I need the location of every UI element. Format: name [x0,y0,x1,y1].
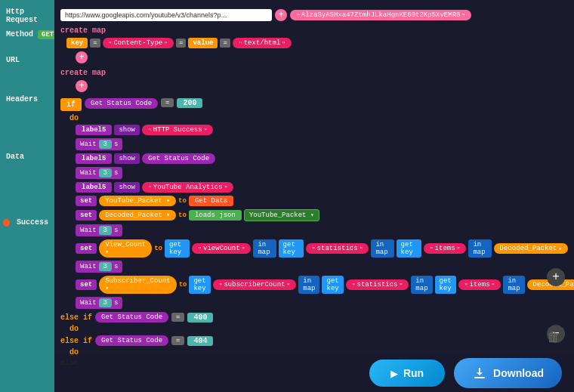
to-label1: to [178,197,187,205]
code-200: 200 [177,98,202,108]
label5-block3[interactable]: label5 [76,182,112,193]
set-view-count-row: set View_Count ▾ to get key " viewCount … [76,239,568,258]
headers-plus-button[interactable]: + [76,51,88,63]
in-map5: in map [411,276,432,294]
wait-block4: Wait 3 s [76,261,122,273]
headers-create-map: create map [60,26,568,35]
content-type-value: " Content-Type " [103,38,174,48]
play-icon [390,367,397,379]
wait-block2: Wait 3 s [76,167,122,179]
bottom-bar: Run Download [54,354,574,392]
in-map4: in map [298,276,319,294]
get-data-block: Get Data [189,196,233,206]
zoom-in-button[interactable]: + [547,268,565,286]
label-show-row2: label5 show Get Status Code [76,153,568,164]
wait-num4[interactable]: 3 [99,262,112,271]
decoded-packet-var: Decoded_Packet ▾ [99,210,176,221]
show-block1: show [114,125,140,135]
main-canvas: + " AlzaSyA5Hxa47ZtmhJLkaHgnKE60t2Kp5XvE… [54,0,574,392]
to-label3: to [154,245,162,252]
else-if-404-row: else if Get Status Code = 404 [60,335,568,346]
eq2: = [176,39,186,48]
data-create-map: create map [60,68,568,77]
subscriber-count-key: " subscriberCount " [213,279,297,290]
loads-json-block: loads json [189,210,242,221]
url-plus-button[interactable]: + [275,9,287,21]
set-decoded-row: set Decoded_Packet ▾ to loads json YouTu… [76,209,568,221]
set-block1: set [76,196,97,206]
download-button[interactable]: Download [454,358,562,388]
code-400: 400 [187,313,213,323]
view-count-var: View_Count ▾ [99,239,152,258]
eq-block3: = [171,336,184,345]
data-plus-button[interactable]: + [76,80,88,92]
get-status-code-400: Get Status Code [95,312,168,323]
set-block2: set [76,210,97,221]
eq-block2: = [171,313,184,322]
yt-packet-var: YouTube_Packet ▾ [99,196,176,206]
in-map6: in map [503,276,524,294]
data-label: Data [3,151,27,162]
wait-num5[interactable]: 3 [99,298,112,307]
items-key2: " items " [458,279,501,290]
value-label: value [188,38,218,48]
create-map-label1: create map [60,26,106,35]
youtube-analytics-val: " YouTube Analytics " [142,182,233,193]
label5-block1[interactable]: label5 [76,125,112,135]
show-block3: show [114,182,140,193]
download-icon [472,366,487,381]
wait-block5: Wait 3 s [76,297,122,309]
get-key-block2: get key [279,239,304,258]
label-show-row3: label5 show " YouTube Analytics " [76,182,568,193]
eq1: = [90,39,100,48]
wait-num3[interactable]: 3 [99,226,112,235]
label5-block2[interactable]: label5 [76,153,112,164]
set-yt-packet-row: set YouTube_Packet ▾ to Get Data [76,196,568,206]
do-label: do [69,114,568,122]
text-html-value: " text/html " [233,38,292,48]
else-if-400-row: else if Get Status Code = 400 [60,312,568,323]
method-label: Method [3,29,36,40]
eq-block1: = [161,98,174,107]
method-row: Method GET ✎ [3,29,51,40]
wait-row2: Wait 3 s [76,167,568,179]
get-status-code-block: Get Status Code [85,98,158,109]
to-label2: to [178,211,187,219]
get-status-code-404: Get Status Code [95,335,168,346]
key-value-row: key = " Content-Type " = value = " text/… [66,38,568,48]
headers-label: Headers [3,94,41,105]
wait-row3: Wait 3 s [76,224,568,236]
items-key: " items " [424,243,467,254]
get-status-code-inline: Get Status Code [142,153,215,164]
left-panel: Http Request Method GET ✎ URL Headers Da… [0,0,54,392]
trash-icon[interactable]: 🗑 [547,329,565,350]
wait-num1[interactable]: 3 [99,140,112,149]
wait-row4: Wait 3 s [76,261,568,273]
get-key-block4: get key [189,276,210,294]
wait-block1: Wait 3 s [76,138,122,150]
yt-packet-select[interactable]: YouTube_Packet ▾ [244,209,319,221]
wait-num2[interactable]: 3 [99,168,112,177]
statistics-key2: " statistics " [346,279,409,290]
if-block: if [60,98,82,111]
url-row: + " AlzaSyA5Hxa47ZtmhJLkaHgnKE60t2Kp5XvE… [60,9,568,21]
if-row: if Get Status Code = 200 [60,98,568,111]
svg-rect-0 [474,377,485,378]
decoded-packet-ref1: Decoded_Packet ▾ [494,243,568,254]
set-block4: set [76,279,97,290]
success-label: Success [14,217,51,228]
url-input[interactable] [60,9,272,21]
do-label2: do [69,325,568,333]
api-key-block[interactable]: " AlzaSyA5Hxa47ZtmhJLkaHgnKE60t2Kp5XvEMR… [290,10,471,20]
label-show-row1: label5 show " HTTP Success " [76,125,568,135]
show-block2: show [114,153,140,164]
get-key-block6: get key [435,276,456,294]
run-button[interactable]: Run [369,360,445,387]
subscriber-count-var: Subscriber_Count ▾ [99,276,176,294]
in-map3: in map [468,239,491,258]
wait-row5: Wait 3 s [76,297,568,309]
wait-block3: Wait 3 s [76,224,122,236]
key-label: key [66,38,88,48]
in-map2: in map [371,239,393,258]
in-map1: in map [253,239,276,258]
